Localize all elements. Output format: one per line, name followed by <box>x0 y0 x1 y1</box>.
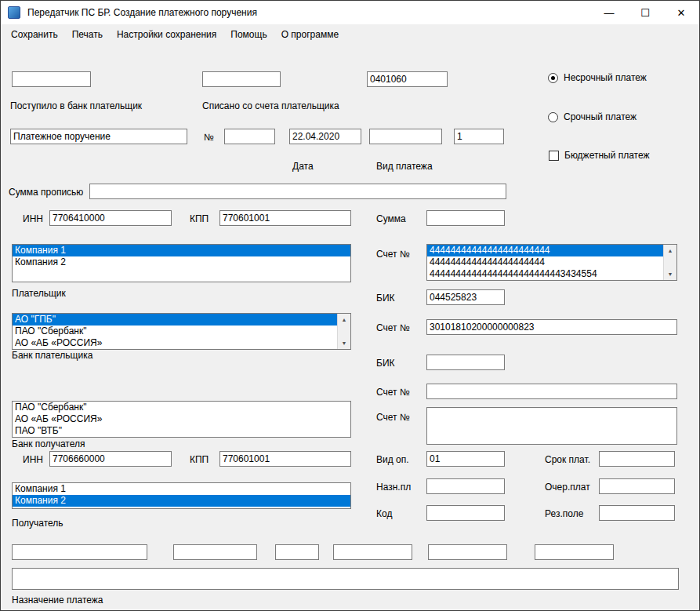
payer-bank-account-input[interactable] <box>426 319 677 335</box>
recipient-bank-bik-label: БИК <box>376 358 395 369</box>
payer-account-listbox[interactable]: 44444444444444444444444 4444444444444444… <box>426 244 677 281</box>
list-item[interactable]: Компания 1 <box>13 483 350 495</box>
payer-kpp-input[interactable] <box>219 210 351 226</box>
list-item[interactable]: 4444444444444444444444 <box>427 256 663 268</box>
list-item[interactable]: ПАО "Сбербанк" <box>13 402 350 413</box>
scroll-up-icon[interactable]: ▲ <box>664 245 676 256</box>
amount-words-input[interactable] <box>89 184 506 199</box>
checkbox-icon <box>549 151 559 161</box>
payment-purpose-label: Назначение платежа <box>12 595 103 606</box>
scrollbar[interactable]: ▲ ▼ <box>663 245 676 280</box>
debited-from-account-label: Списано со счета плательщика <box>202 100 339 111</box>
recipient-label: Получатель <box>12 518 63 529</box>
app-icon <box>8 6 20 19</box>
payer-bank-bik-label: БИК <box>376 293 395 304</box>
menu-save[interactable]: Сохранить <box>4 25 65 44</box>
bottom-field-1[interactable] <box>12 544 147 560</box>
radio-urgent-payment[interactable]: Срочный платеж <box>548 111 637 122</box>
document-number-label: № <box>204 132 214 143</box>
recipient-bank-label: Банк получателя <box>12 438 85 449</box>
list-item[interactable]: АО «АБ «РОССИЯ» <box>13 337 337 349</box>
recipient-kpp-input[interactable] <box>219 451 351 467</box>
payer-label: Плательщик <box>12 288 66 299</box>
debited-from-account-input[interactable] <box>202 71 281 87</box>
menu-bar: Сохранить Печать Настройки сохранения По… <box>1 24 699 45</box>
document-number-input[interactable] <box>224 129 275 144</box>
list-item[interactable]: ПАО "ВТБ" <box>13 425 350 437</box>
res-field-input[interactable] <box>599 505 675 521</box>
document-type-input[interactable] <box>10 129 187 144</box>
amount-words-label: Сумма прописью <box>9 187 83 198</box>
payment-form: Несрочный платеж Поступило в банк плател… <box>1 45 699 610</box>
op-kind-label: Вид оп. <box>376 454 409 465</box>
payment-purpose-input[interactable] <box>12 568 679 590</box>
op-kind-input[interactable] <box>426 451 505 467</box>
radio-icon <box>548 73 558 83</box>
code-input[interactable] <box>426 505 505 521</box>
pay-term-label: Срок плат. <box>545 454 590 465</box>
bottom-field-2[interactable] <box>173 544 257 560</box>
close-button[interactable]: ✕ <box>663 1 699 24</box>
list-item[interactable]: 44444444444444444444444443434554 <box>427 268 663 280</box>
sum-label: Сумма <box>376 213 406 224</box>
received-in-bank-label: Поступило в банк плательщик <box>10 100 142 111</box>
list-item[interactable]: АО «АБ «РОССИЯ» <box>13 413 350 425</box>
list-item[interactable]: Компания 2 <box>13 495 350 507</box>
payer-kpp-label: КПП <box>190 213 209 224</box>
radio-label: Несрочный платеж <box>564 72 647 83</box>
minimize-button[interactable]: — <box>591 1 627 24</box>
payment-kind-input[interactable] <box>369 129 442 144</box>
payer-bank-bik-input[interactable] <box>426 289 505 305</box>
window-title: Передатчик ПС БР. Создание платежного по… <box>27 7 257 18</box>
queue-input[interactable] <box>454 129 504 144</box>
menu-save-settings[interactable]: Настройки сохранения <box>110 25 223 44</box>
recipient-bank-listbox[interactable]: ПАО "Сбербанк" АО «АБ «РОССИЯ» ПАО "ВТБ" <box>12 401 351 438</box>
maximize-button[interactable]: ☐ <box>627 1 663 24</box>
scroll-down-icon[interactable]: ▼ <box>338 337 350 349</box>
list-item[interactable]: 44444444444444444444444 <box>427 245 663 256</box>
bottom-field-3[interactable] <box>275 544 319 560</box>
purpose-code-label: Назн.пл <box>376 482 411 493</box>
payer-bank-listbox[interactable]: АО "ГПБ" ПАО "Сбербанк" АО «АБ «РОССИЯ» … <box>12 313 351 350</box>
menu-help[interactable]: Помощь <box>223 25 274 44</box>
title-bar: Передатчик ПС БР. Создание платежного по… <box>1 1 699 24</box>
recipient-inn-label: ИНН <box>23 454 43 465</box>
payer-account-label: Счет № <box>376 249 410 260</box>
bottom-field-6[interactable] <box>535 544 614 560</box>
date-label: Дата <box>292 161 314 172</box>
bottom-field-4[interactable] <box>333 544 412 560</box>
recipient-bank-account-label: Счет № <box>376 387 410 398</box>
scrollbar[interactable]: ▲ ▼ <box>337 314 350 349</box>
scroll-up-icon[interactable]: ▲ <box>338 314 350 326</box>
list-item[interactable]: ПАО "Сбербанк" <box>13 326 337 337</box>
recipient-bank-bik-input[interactable] <box>426 355 505 370</box>
payer-inn-input[interactable] <box>49 210 172 226</box>
recipient-account-input[interactable] <box>426 407 677 445</box>
window-controls: — ☐ ✕ <box>591 1 699 24</box>
form-code-input[interactable] <box>367 71 448 87</box>
payer-inn-label: ИНН <box>23 213 43 224</box>
list-item[interactable]: Компания 1 <box>13 245 350 256</box>
pay-term-input[interactable] <box>599 451 675 467</box>
radio-icon <box>548 112 558 122</box>
received-in-bank-input[interactable] <box>12 71 91 87</box>
pay-order-label: Очер.плат <box>545 482 590 493</box>
recipient-listbox[interactable]: Компания 1 Компания 2 <box>12 482 351 509</box>
radio-non-urgent-payment[interactable]: Несрочный платеж <box>548 72 647 83</box>
pay-order-input[interactable] <box>599 478 675 494</box>
bottom-field-5[interactable] <box>428 544 507 560</box>
purpose-code-input[interactable] <box>426 478 505 494</box>
recipient-bank-account-input[interactable] <box>426 384 677 399</box>
checkbox-budget-payment[interactable]: Бюджетный платеж <box>549 150 650 161</box>
list-item[interactable]: Компания 2 <box>13 256 350 268</box>
menu-about[interactable]: О программе <box>274 25 346 44</box>
document-date-input[interactable] <box>289 129 361 144</box>
sum-input[interactable] <box>426 210 505 226</box>
scroll-down-icon[interactable]: ▼ <box>664 268 676 280</box>
recipient-inn-input[interactable] <box>49 451 172 467</box>
list-item[interactable]: АО "ГПБ" <box>13 314 337 326</box>
payer-listbox[interactable]: Компания 1 Компания 2 <box>12 244 351 282</box>
menu-print[interactable]: Печать <box>65 25 110 44</box>
radio-label: Срочный платеж <box>564 111 637 122</box>
code-label: Код <box>376 508 392 519</box>
